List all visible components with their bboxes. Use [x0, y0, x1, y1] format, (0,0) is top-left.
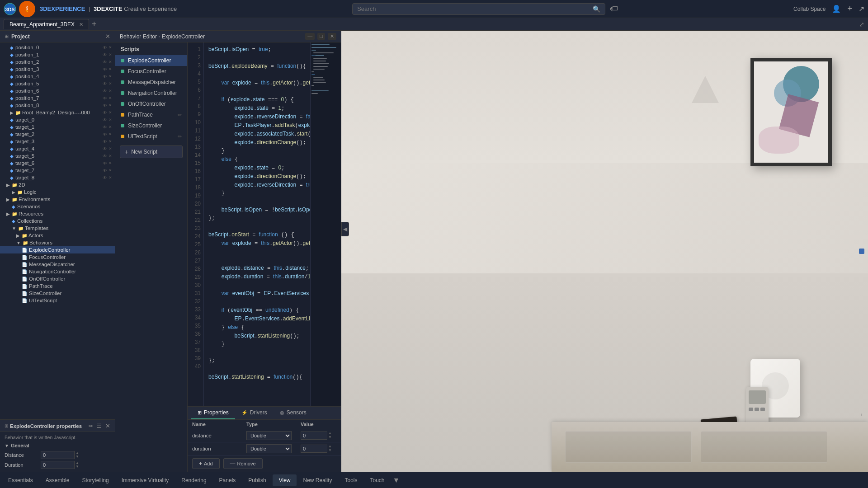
tree-item-messagedispatcher[interactable]: 📄MessageDispatcher [0, 261, 115, 268]
eye-icon[interactable]: 👁 [103, 161, 107, 166]
toolbar-more-icon[interactable]: ▼ [393, 476, 400, 484]
script-item-focus[interactable]: FocusController [115, 66, 187, 77]
toolbar-tab-panels[interactable]: Panels [213, 474, 242, 486]
eye-icon[interactable]: 👁 [103, 89, 107, 94]
tree-item[interactable]: ◆target_6 👁 ✕ [0, 160, 115, 167]
search-bar[interactable]: 🔍 [352, 3, 605, 15]
tree-item-2d[interactable]: ▶📁2D [0, 181, 115, 188]
tree-item[interactable]: ◆target_5 👁 ✕ [0, 152, 115, 160]
add-tab-button[interactable]: + [92, 19, 97, 29]
lock-icon[interactable]: ✕ [108, 74, 112, 79]
distance-input[interactable] [41, 451, 75, 459]
tree-item-collections[interactable]: ◆Collections [0, 217, 115, 225]
tree-item-logic[interactable]: ▶📁Logic [0, 188, 115, 196]
tree-item[interactable]: ◆target_4 👁 ✕ [0, 145, 115, 152]
toolbar-tab-view[interactable]: View [273, 474, 297, 486]
eye-icon[interactable]: 👁 [103, 110, 107, 115]
eye-icon[interactable]: 👁 [103, 60, 107, 65]
lock-icon[interactable]: ✕ [108, 67, 112, 71]
close-tab-icon[interactable]: ✕ [79, 22, 83, 28]
duration-input[interactable] [41, 461, 75, 469]
tree-item-focuscontroller[interactable]: 📄FocusController [0, 253, 115, 261]
script-item-ui[interactable]: UITextScript ✏ [115, 131, 187, 142]
close-project-icon[interactable]: ✕ [105, 33, 110, 40]
eye-icon[interactable]: 👁 [103, 125, 107, 130]
add-prop-button[interactable]: + Add [192, 458, 220, 469]
search-input[interactable] [357, 5, 593, 12]
lock-icon[interactable]: ✕ [108, 110, 112, 115]
tree-item[interactable]: ◆target_2 👁 ✕ [0, 131, 115, 138]
eye-icon[interactable]: 👁 [103, 74, 107, 79]
distance-type-select[interactable]: Double [246, 431, 292, 440]
tree-item[interactable]: ◆target_8 👁 ✕ [0, 174, 115, 181]
code-content[interactable]: beScript.isOpen = true; beScript.explode… [204, 42, 310, 406]
script-item-pathtrace[interactable]: PathTrace ✏ [115, 109, 187, 120]
tree-item-pathtrace[interactable]: 📄PathTrace [0, 282, 115, 290]
tree-item-behaviors[interactable]: ▼📁Behaviors [0, 239, 115, 246]
collapse-panel-arrow[interactable]: ◀ [341, 222, 349, 236]
tree-item-envs[interactable]: ▶📁Environments [0, 196, 115, 203]
tree-item-explodecontroller[interactable]: 📄ExplodeController [0, 246, 115, 253]
user-icon[interactable]: 👤 [832, 5, 841, 13]
prop-tab-properties[interactable]: ⊞ Properties [191, 407, 235, 419]
tree-item[interactable]: ◆position_1 👁 ✕ [0, 51, 115, 58]
fullscreen-icon[interactable]: ⤢ [859, 21, 864, 28]
eye-icon[interactable]: 👁 [103, 117, 107, 122]
blue-indicator[interactable] [859, 249, 864, 254]
lock-icon[interactable]: ✕ [108, 45, 112, 50]
eye-icon[interactable]: 👁 [103, 81, 107, 86]
lock-icon[interactable]: ✕ [108, 161, 112, 165]
tree-item-resources[interactable]: ▶📁Resources [0, 210, 115, 217]
lock-icon[interactable]: ✕ [108, 132, 112, 136]
tree-item-onoffcontroller[interactable]: 📄OnOffController [0, 275, 115, 282]
script-item-message[interactable]: MessageDispatcher [115, 77, 187, 88]
lock-icon[interactable]: ✕ [108, 81, 112, 86]
lock-icon[interactable]: ✕ [108, 139, 112, 144]
new-script-button[interactable]: + New Script [120, 145, 183, 158]
close-editor-btn[interactable]: ✕ [328, 33, 336, 40]
eye-icon[interactable]: 👁 [103, 139, 107, 144]
lock-icon[interactable]: ✕ [108, 60, 112, 64]
tree-item[interactable]: ◆position_7 👁 ✕ [0, 94, 115, 102]
tree-item-templates[interactable]: ▼📁Templates [0, 225, 115, 232]
tree-item[interactable]: ◆position_4 👁 ✕ [0, 73, 115, 80]
lock-icon[interactable]: ✕ [108, 52, 112, 57]
tree-item[interactable]: ◆position_8 👁 ✕ [0, 102, 115, 109]
eye-icon[interactable]: 👁 [103, 154, 107, 159]
eye-icon[interactable]: 👁 [103, 45, 107, 50]
tree-item[interactable]: ◆position_6 👁 ✕ [0, 87, 115, 94]
remove-prop-button[interactable]: — Remove [223, 458, 263, 469]
script-item-nav[interactable]: NavigationController [115, 88, 187, 99]
tree-item-actors[interactable]: ▶📁Actors [0, 232, 115, 239]
script-item-explode[interactable]: ExplodeController [115, 55, 187, 66]
toolbar-tab-immersive[interactable]: Immersive Virtuality [115, 474, 175, 486]
lock-icon[interactable]: ✕ [108, 103, 112, 108]
tree-item-sizecontroller[interactable]: 📄SizeController [0, 290, 115, 297]
lock-icon[interactable]: ✕ [108, 117, 112, 122]
toolbar-tab-publish[interactable]: Publish [242, 474, 272, 486]
eye-icon[interactable]: 👁 [103, 132, 107, 137]
tag-icon[interactable]: 🏷 [610, 4, 618, 14]
duration-value-input[interactable] [301, 445, 327, 453]
code-editor-area[interactable]: 1234567891011121314151617181920212223242… [188, 42, 341, 406]
tree-item[interactable]: ◆position_5 👁 ✕ [0, 80, 115, 87]
lock-icon[interactable]: ✕ [108, 125, 112, 129]
tree-item[interactable]: ◆target_7 👁 ✕ [0, 167, 115, 174]
script-item-size[interactable]: SizeController [115, 120, 187, 131]
eye-icon[interactable]: 👁 [103, 175, 107, 180]
eye-icon[interactable]: 👁 [103, 168, 107, 173]
dist-val-down[interactable]: ▼ [328, 436, 332, 440]
minimize-btn[interactable]: — [305, 33, 315, 40]
add-icon[interactable]: + [847, 4, 852, 14]
close-props-icon[interactable]: ✕ [105, 422, 110, 429]
tree-item[interactable]: ◆target_3 👁 ✕ [0, 138, 115, 145]
tree-item[interactable]: ◆position_2 👁 ✕ [0, 58, 115, 66]
toolbar-tab-new-reality[interactable]: New Reality [297, 474, 338, 486]
lock-icon[interactable]: ✕ [108, 146, 112, 151]
maximize-btn[interactable]: □ [317, 33, 325, 40]
tree-item-uitextscript[interactable]: 📄UITextScript [0, 297, 115, 304]
tree-item[interactable]: ◆position_0 👁 ✕ [0, 44, 115, 51]
toolbar-tab-essentials[interactable]: Essentials [2, 474, 39, 486]
list-icon[interactable]: ☰ [97, 423, 102, 429]
share-icon[interactable]: ↗ [859, 5, 864, 13]
